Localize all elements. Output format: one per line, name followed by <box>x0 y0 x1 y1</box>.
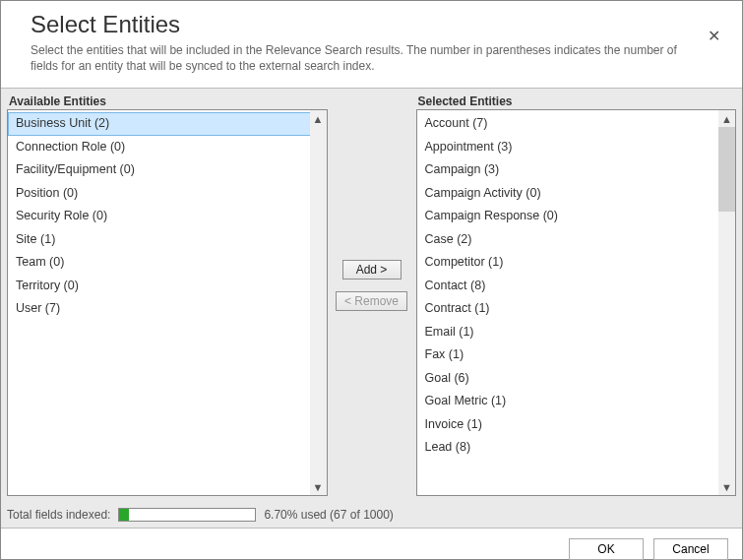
selected-item[interactable]: Contract (1) <box>417 297 736 321</box>
available-item[interactable]: Position (0) <box>8 182 327 206</box>
selected-item[interactable]: Goal (6) <box>417 367 736 391</box>
add-button[interactable]: Add > <box>342 260 402 280</box>
available-item[interactable]: Facility/Equipment (0) <box>8 158 327 182</box>
selected-item[interactable]: Campaign Response (0) <box>417 205 736 228</box>
close-button[interactable]: ✕ <box>708 27 720 45</box>
available-label: Available Entities <box>7 93 328 109</box>
available-listbox[interactable]: Business Unit (2)Connection Role (0)Faci… <box>7 109 328 496</box>
available-item[interactable]: Security Role (0) <box>8 205 327 228</box>
available-item[interactable]: User (7) <box>8 297 327 321</box>
entity-picker: Available Entities Business Unit (2)Conn… <box>1 89 742 502</box>
cancel-button[interactable]: Cancel <box>653 538 728 560</box>
index-usage-label: Total fields indexed: <box>7 508 110 522</box>
scroll-down-icon[interactable]: ▼ <box>310 478 327 495</box>
index-usage-text: 6.70% used (67 of 1000) <box>264 508 393 522</box>
dialog-header: Select Entities Select the entities that… <box>1 1 742 89</box>
close-icon: ✕ <box>708 28 720 44</box>
transfer-buttons: Add > < Remove <box>334 89 410 502</box>
available-column: Available Entities Business Unit (2)Conn… <box>1 89 334 502</box>
index-usage-bar <box>118 508 256 522</box>
ok-button[interactable]: OK <box>569 538 644 560</box>
selected-item[interactable]: Goal Metric (1) <box>417 390 736 413</box>
available-scrollbar[interactable]: ▲ ▼ <box>310 110 327 495</box>
selected-item[interactable]: Campaign Activity (0) <box>417 182 736 206</box>
dialog-buttons: OK Cancel <box>1 529 742 560</box>
scroll-down-icon[interactable]: ▼ <box>718 478 735 495</box>
selected-listbox[interactable]: Account (7)Appointment (3)Campaign (3)Ca… <box>416 109 737 496</box>
selected-item[interactable]: Case (2) <box>417 228 736 252</box>
selected-item[interactable]: Email (1) <box>417 321 736 344</box>
selected-label: Selected Entities <box>416 93 737 109</box>
select-entities-dialog: ✕ Select Entities Select the entities th… <box>0 0 743 560</box>
selected-item[interactable]: Competitor (1) <box>417 251 736 275</box>
available-item[interactable]: Territory (0) <box>8 275 327 298</box>
dialog-title: Select Entities <box>31 11 712 38</box>
available-item[interactable]: Connection Role (0) <box>8 136 327 159</box>
available-item[interactable]: Site (1) <box>8 228 327 252</box>
selected-item[interactable]: Invoice (1) <box>417 413 736 437</box>
available-item[interactable]: Business Unit (2) <box>8 112 327 136</box>
selected-item[interactable]: Fax (1) <box>417 343 736 367</box>
dialog-body: Available Entities Business Unit (2)Conn… <box>1 89 742 529</box>
selected-scrollbar[interactable]: ▲ ▼ <box>718 110 735 495</box>
index-usage-footer: Total fields indexed: 6.70% used (67 of … <box>1 502 742 528</box>
scroll-up-icon[interactable]: ▲ <box>310 110 327 127</box>
selected-item[interactable]: Appointment (3) <box>417 136 736 159</box>
dialog-description: Select the entities that will be include… <box>31 42 700 74</box>
remove-button[interactable]: < Remove <box>336 291 407 311</box>
scroll-up-icon[interactable]: ▲ <box>718 110 735 127</box>
available-item[interactable]: Team (0) <box>8 251 327 275</box>
selected-item[interactable]: Contact (8) <box>417 275 736 298</box>
selected-column: Selected Entities Account (7)Appointment… <box>410 89 743 502</box>
index-usage-fill <box>119 509 128 521</box>
selected-item[interactable]: Campaign (3) <box>417 158 736 182</box>
scrollbar-thumb[interactable] <box>718 127 735 212</box>
selected-item[interactable]: Lead (8) <box>417 436 736 460</box>
selected-item[interactable]: Account (7) <box>417 112 736 136</box>
